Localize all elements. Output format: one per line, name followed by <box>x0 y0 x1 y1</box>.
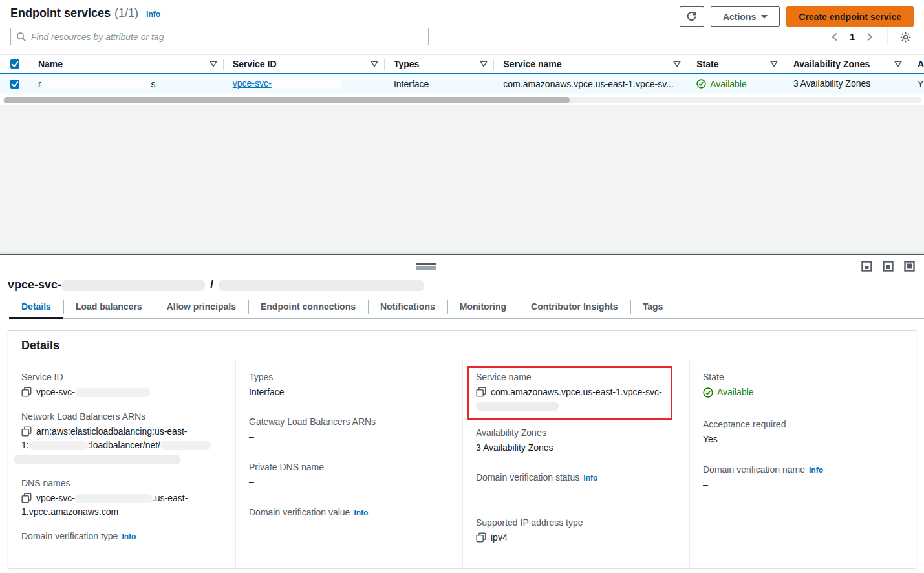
dns-name-mid: .us-east- <box>153 493 188 503</box>
field-domain-verification-status: Domain verification statusInfo – <box>476 472 676 499</box>
search-input[interactable] <box>31 32 423 42</box>
state-badge: Available <box>696 79 747 89</box>
detail-tabs: Details Load balancers Allow principals … <box>9 295 924 319</box>
copy-icon[interactable] <box>21 493 32 503</box>
actions-button[interactable]: Actions <box>711 6 780 27</box>
panel-size-medium-button[interactable] <box>883 261 894 272</box>
refresh-button[interactable] <box>680 6 704 27</box>
details-column-4: State Available Acceptance required Yes … <box>689 360 916 568</box>
column-header-acceptance[interactable]: A <box>908 55 924 73</box>
availability-zones-popover-link[interactable]: 3 Availability Zones <box>476 442 553 453</box>
search-box[interactable] <box>10 28 429 45</box>
scrollbar-track[interactable] <box>3 97 921 103</box>
select-all-cell <box>0 55 29 73</box>
tab-notifications[interactable]: Notifications <box>368 295 447 318</box>
field-label: DNS names <box>21 478 222 488</box>
column-header-availability-zones[interactable]: Availability Zones <box>784 55 908 73</box>
field-label: Domain verification valueInfo <box>249 507 449 517</box>
state-badge: Available <box>703 385 754 399</box>
field-nlb-arns: Network Load Balancers ARNs arn:aws:elas… <box>21 411 222 466</box>
tab-label: Tags <box>643 301 663 312</box>
actions-label: Actions <box>723 12 756 22</box>
tab-details[interactable]: Details <box>9 295 63 318</box>
dns-name-prefix: vpce-svc- <box>36 493 75 503</box>
info-link[interactable]: Info <box>354 508 368 517</box>
chevron-down-icon <box>761 15 768 19</box>
page-number[interactable]: 1 <box>846 32 859 42</box>
split-panel-drag-handle[interactable] <box>416 263 436 270</box>
create-endpoint-service-button[interactable]: Create endpoint service <box>786 6 914 27</box>
field-value: – <box>21 545 222 558</box>
column-header-state[interactable]: State <box>687 55 784 73</box>
info-link[interactable]: Info <box>122 532 136 541</box>
service-id-link[interactable]: vpce-svc- <box>233 78 341 89</box>
nlb-arn-line2a: 1: <box>21 440 29 450</box>
refresh-icon <box>686 11 697 22</box>
field-gwlb-arns: Gateway Load Balancers ARNs – <box>249 416 449 444</box>
field-domain-verification-name: Domain verification nameInfo – <box>703 464 903 492</box>
field-label: Domain verification typeInfo <box>21 531 222 541</box>
previous-page-button[interactable] <box>826 29 843 45</box>
column-header-name[interactable]: Name <box>29 55 224 73</box>
dns-name-line2: 1.vpce.amazonaws.com <box>21 505 222 519</box>
field-label: Supported IP address type <box>476 517 676 528</box>
filter-icon[interactable] <box>770 61 778 67</box>
field-value: – <box>249 430 449 444</box>
field-label: Domain verification nameInfo <box>703 464 903 475</box>
row-checkbox[interactable] <box>10 80 19 89</box>
filter-icon[interactable] <box>210 61 217 67</box>
row-availability-zones-cell: 3 Availability Zones <box>784 74 908 94</box>
tab-load-balancers[interactable]: Load balancers <box>63 295 155 318</box>
details-card: Details Service ID vpce-svc- Network Loa… <box>8 330 916 568</box>
tab-contributor-insights[interactable]: Contributor Insights <box>519 295 630 318</box>
copy-icon[interactable] <box>476 387 486 397</box>
nlb-arn-line2: 1::loadbalancer/net/ <box>21 438 222 452</box>
column-label-acceptance: A <box>918 59 924 69</box>
info-link[interactable]: Info <box>809 466 823 475</box>
scrollbar-thumb[interactable] <box>4 97 570 103</box>
field-label: Domain verification statusInfo <box>476 472 676 482</box>
field-value: – <box>703 478 903 492</box>
copy-icon[interactable] <box>476 532 486 543</box>
tab-allow-principals[interactable]: Allow principals <box>155 295 248 318</box>
column-header-service-name[interactable]: Service name <box>494 55 687 73</box>
field-dns-names: DNS names vpce-svc-.us-east- 1.vpce.amaz… <box>21 478 222 519</box>
copy-icon[interactable] <box>21 426 32 437</box>
next-page-button[interactable] <box>861 29 878 45</box>
table-row[interactable]: rs vpce-svc- Interface com.amazonaws.vpc… <box>0 73 924 94</box>
nlb-arn-line3 <box>21 452 222 466</box>
tab-tags[interactable]: Tags <box>630 295 676 318</box>
page-title: Endpoint services <box>10 6 111 20</box>
field-domain-verification-type: Domain verification typeInfo – <box>21 531 222 558</box>
filter-icon[interactable] <box>480 61 488 67</box>
filter-icon[interactable] <box>894 61 902 67</box>
tab-endpoint-connections[interactable]: Endpoint connections <box>248 295 368 318</box>
redacted-text <box>476 402 559 411</box>
row-acceptance-cell: Y <box>908 74 924 94</box>
title-info-link[interactable]: Info <box>146 10 160 19</box>
availability-zones-popover-link[interactable]: 3 Availability Zones <box>793 78 871 89</box>
row-service-name-value: com.amazonaws.vpce.us-east-1.vpce-sv... <box>503 79 674 89</box>
filter-icon[interactable] <box>371 61 378 67</box>
column-header-types[interactable]: Types <box>385 55 494 73</box>
column-header-service-id[interactable]: Service ID <box>224 55 385 73</box>
filter-icon[interactable] <box>673 61 681 67</box>
field-label: Availability Zones <box>476 427 676 438</box>
pagination: 1 <box>826 29 914 45</box>
details-column-2: Types Interface Gateway Load Balancers A… <box>235 360 462 568</box>
info-link[interactable]: Info <box>583 473 597 482</box>
field-private-dns-name: Private DNS name – <box>249 462 449 489</box>
field-domain-verification-value: Domain verification valueInfo – <box>249 507 449 534</box>
panel-size-large-button[interactable] <box>904 261 915 272</box>
chevron-left-icon <box>832 32 838 41</box>
table-settings-button[interactable] <box>897 29 914 45</box>
chevron-right-icon <box>866 32 873 41</box>
copy-icon[interactable] <box>21 387 32 397</box>
select-all-checkbox[interactable] <box>10 59 19 69</box>
row-types-value: Interface <box>394 79 429 89</box>
tab-monitoring[interactable]: Monitoring <box>447 295 519 318</box>
empty-background-area <box>0 105 924 254</box>
panel-size-small-button[interactable] <box>861 261 872 272</box>
field-value: – <box>476 486 676 499</box>
column-label-types: Types <box>394 59 419 69</box>
